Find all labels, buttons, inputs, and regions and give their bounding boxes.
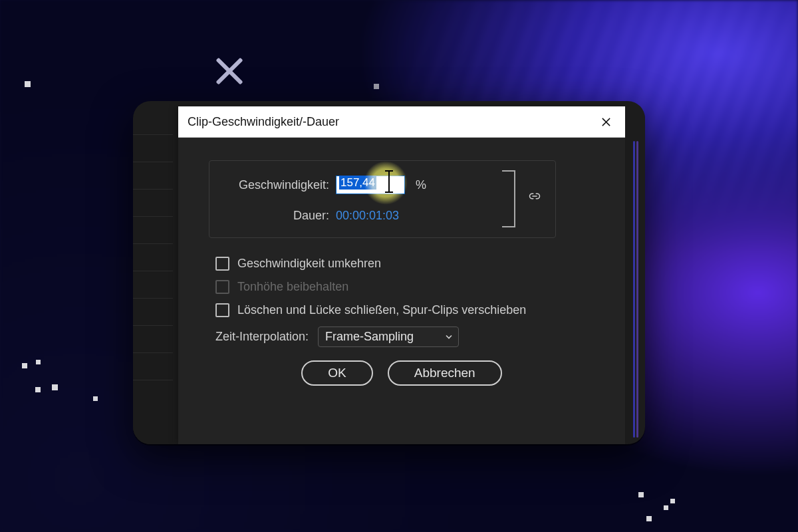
cancel-button[interactable]: Abbrechen [388,360,502,386]
time-interpolation-label: Zeit-Interpolation: [215,330,309,344]
maintain-pitch-checkbox: Tonhöhe beibehalten [215,280,595,294]
reverse-speed-checkbox[interactable]: Geschwindigkeit umkehren [215,257,595,271]
ok-button[interactable]: OK [301,360,372,386]
checkbox-box [215,303,229,317]
time-interpolation-row: Zeit-Interpolation: Frame-Sampling [215,327,595,347]
confetti-dot [638,492,644,497]
duration-value[interactable]: 00:00:01:03 [336,209,399,223]
speed-duration-group: Geschwindigkeit: 157,44 % Dauer: 00:00:0… [209,160,556,238]
confetti-dot [664,505,668,510]
confetti-dot [25,81,31,87]
link-toggle[interactable] [529,190,541,205]
confetti-dot [22,363,27,368]
checkbox-box [215,257,229,271]
reverse-speed-label: Geschwindigkeit umkehren [237,257,381,271]
decorative-x [215,57,244,86]
dialog-buttons: OK Abbrechen [209,360,595,386]
speed-unit: % [416,178,426,192]
close-button[interactable] [596,112,616,132]
ripple-delete-label: Löschen und Lücke schließen, Spur-Clips … [237,303,526,317]
dialog-body: Geschwindigkeit: 157,44 % Dauer: 00:00:0… [178,138,625,444]
ripple-delete-checkbox[interactable]: Löschen und Lücke schließen, Spur-Clips … [215,303,595,317]
link-bracket [502,170,515,227]
right-clip-rails [633,141,638,438]
speed-duration-dialog: Clip-Geschwindigkeit/-Dauer Geschwindigk… [178,106,625,444]
maintain-pitch-label: Tonhöhe beibehalten [237,280,348,294]
dialog-titlebar[interactable]: Clip-Geschwindigkeit/-Dauer [178,106,625,138]
timeline-panel-peek [133,134,173,444]
confetti-dot [35,387,41,392]
confetti-dot [670,499,675,503]
screenshot-card: Clip-Geschwindigkeit/-Dauer Geschwindigk… [133,101,645,444]
confetti-dot [646,516,652,521]
checkbox-box [215,280,229,294]
duration-label: Dauer: [225,209,329,223]
speed-input[interactable]: 157,44 [336,176,405,194]
speed-label: Geschwindigkeit: [225,178,329,192]
dialog-title: Clip-Geschwindigkeit/-Dauer [188,115,339,129]
confetti-dot [93,396,98,401]
speed-value: 157,44 [339,176,376,190]
time-interpolation-value: Frame-Sampling [325,330,414,343]
close-icon [601,117,611,127]
link-icon [529,190,541,202]
options-checks: Geschwindigkeit umkehren Tonhöhe beibeha… [215,257,595,317]
confetti-dot [36,360,41,364]
confetti-dot [374,84,379,89]
confetti-dot [52,384,58,390]
chevron-down-icon [445,330,453,344]
time-interpolation-select[interactable]: Frame-Sampling [318,327,459,347]
